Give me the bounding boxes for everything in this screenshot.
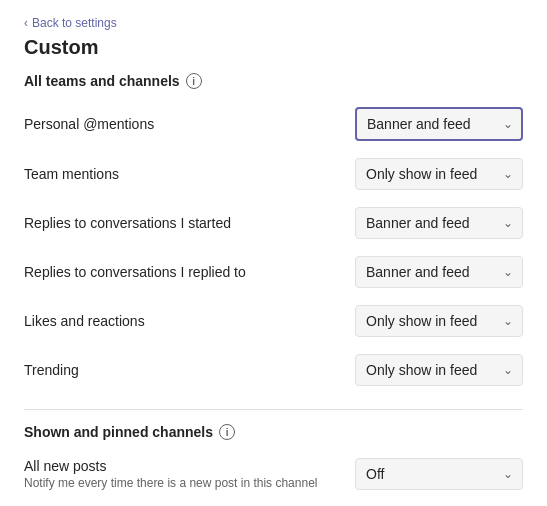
section-all-teams-header: All teams and channels i — [24, 73, 523, 89]
all-teams-info-icon[interactable]: i — [186, 73, 202, 89]
row-replies-started: Replies to conversations I started Banne… — [24, 199, 523, 248]
all-new-posts-sub: Notify me every time there is a new post… — [24, 476, 339, 490]
section-shown-pinned-label: Shown and pinned channels — [24, 424, 213, 440]
team-mentions-label: Team mentions — [24, 166, 339, 182]
back-chevron-icon: ‹ — [24, 16, 28, 30]
settings-container: ‹ Back to settings Custom All teams and … — [0, 0, 547, 506]
replies-replied-select[interactable]: Banner and feed Only show in feed Off — [355, 256, 523, 288]
replies-started-label: Replies to conversations I started — [24, 215, 339, 231]
back-link[interactable]: ‹ Back to settings — [24, 16, 523, 30]
replies-replied-label: Replies to conversations I replied to — [24, 264, 339, 280]
trending-label: Trending — [24, 362, 339, 378]
personal-mentions-select[interactable]: Banner and feed Only show in feed Off — [355, 107, 523, 141]
all-new-posts-select[interactable]: Banner and feed Only show in feed Off — [355, 458, 523, 490]
row-replies-replied: Replies to conversations I replied to Ba… — [24, 248, 523, 297]
replies-started-select-wrapper: Banner and feed Only show in feed Off ⌄ — [355, 207, 523, 239]
section-all-teams-label: All teams and channels — [24, 73, 180, 89]
section-divider — [24, 409, 523, 410]
row-trending: Trending Banner and feed Only show in fe… — [24, 346, 523, 395]
back-link-label: Back to settings — [32, 16, 117, 30]
include-all-replies-row: Include all replies — [24, 499, 523, 506]
team-mentions-select-wrapper: Banner and feed Only show in feed Off ⌄ — [355, 158, 523, 190]
replies-started-select[interactable]: Banner and feed Only show in feed Off — [355, 207, 523, 239]
row-team-mentions: Team mentions Banner and feed Only show … — [24, 150, 523, 199]
likes-reactions-select-wrapper: Banner and feed Only show in feed Off ⌄ — [355, 305, 523, 337]
all-new-posts-label: All new posts — [24, 458, 339, 474]
likes-reactions-select[interactable]: Banner and feed Only show in feed Off — [355, 305, 523, 337]
personal-mentions-label: Personal @mentions — [24, 116, 339, 132]
row-personal-mentions: Personal @mentions Banner and feed Only … — [24, 99, 523, 150]
section-shown-pinned-header: Shown and pinned channels i — [24, 424, 523, 440]
likes-reactions-label: Likes and reactions — [24, 313, 339, 329]
replies-replied-select-wrapper: Banner and feed Only show in feed Off ⌄ — [355, 256, 523, 288]
personal-mentions-select-wrapper: Banner and feed Only show in feed Off ⌄ — [355, 107, 523, 141]
trending-select-wrapper: Banner and feed Only show in feed Off ⌄ — [355, 354, 523, 386]
page-title: Custom — [24, 36, 523, 59]
row-all-new-posts: All new posts Notify me every time there… — [24, 450, 523, 499]
all-new-posts-select-wrapper: Banner and feed Only show in feed Off ⌄ — [355, 458, 523, 490]
shown-pinned-info-icon[interactable]: i — [219, 424, 235, 440]
team-mentions-select[interactable]: Banner and feed Only show in feed Off — [355, 158, 523, 190]
row-likes-reactions: Likes and reactions Banner and feed Only… — [24, 297, 523, 346]
trending-select[interactable]: Banner and feed Only show in feed Off — [355, 354, 523, 386]
